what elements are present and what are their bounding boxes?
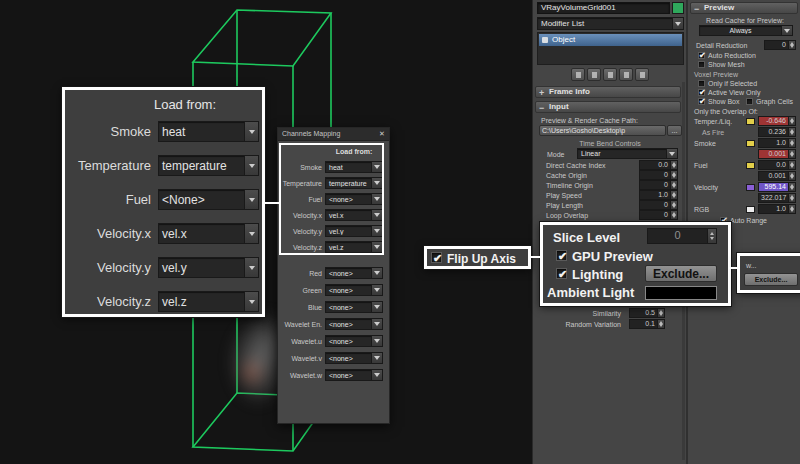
spinner-value[interactable]: 0.0 bbox=[639, 160, 671, 170]
detail-reduction-spinner[interactable]: 0 bbox=[764, 40, 796, 50]
spinner-arrows[interactable] bbox=[671, 180, 678, 190]
spinner-value[interactable]: 0.001 bbox=[758, 171, 789, 181]
fuel-channel-dropdown[interactable]: <None> bbox=[158, 189, 259, 210]
spinner-value[interactable]: 1.0 bbox=[758, 138, 789, 148]
channel-map-dropdown[interactable]: vel.z bbox=[325, 241, 383, 253]
channel-map-dropdown[interactable]: <none> bbox=[325, 284, 383, 296]
remove-modifier-button[interactable] bbox=[619, 68, 633, 81]
modifier-list-dropdown[interactable]: Modifier List bbox=[537, 17, 684, 30]
flip-up-axis-checkbox[interactable] bbox=[431, 252, 442, 263]
read-cache-dropdown[interactable]: Always bbox=[699, 25, 793, 36]
channel-map-dropdown[interactable]: <none> bbox=[325, 301, 383, 313]
spinner-value[interactable]: 0.1 bbox=[629, 319, 658, 329]
mode-dropdown[interactable]: Linear bbox=[577, 148, 678, 159]
lighting-checkbox[interactable] bbox=[556, 268, 567, 279]
cache-path-button[interactable]: C:\Users\Gosho\Desktop\p bbox=[539, 125, 666, 136]
configure-modifier-sets-button[interactable] bbox=[635, 68, 649, 81]
spinner-value[interactable]: 0 bbox=[764, 40, 789, 50]
channel-color-swatch[interactable] bbox=[746, 162, 755, 169]
show-mesh-checkbox[interactable] bbox=[698, 61, 705, 68]
spinner-value[interactable]: 595.14 bbox=[758, 182, 789, 192]
spinner-arrows[interactable] bbox=[789, 40, 796, 50]
channel-map-dropdown[interactable]: vel.y bbox=[325, 225, 383, 237]
spinner-value[interactable]: 1.0 bbox=[639, 190, 671, 200]
channel-range-spinner[interactable]: 0.001 bbox=[758, 171, 796, 181]
browse-button[interactable]: ... bbox=[667, 125, 682, 136]
channel-map-dropdown[interactable]: <none> bbox=[325, 193, 383, 205]
random-variation-spinner[interactable]: 0.1 bbox=[629, 319, 665, 329]
spinner-arrows[interactable] bbox=[671, 200, 678, 210]
channel-color-swatch[interactable] bbox=[746, 140, 755, 147]
channel-map-dropdown[interactable]: temperature bbox=[325, 177, 383, 189]
only-if-selected-checkbox[interactable] bbox=[698, 80, 705, 87]
show-end-result-button[interactable] bbox=[587, 68, 601, 81]
channel-range-spinner[interactable]: 322.017 bbox=[758, 193, 796, 203]
spinner-value[interactable]: 322.017 bbox=[758, 193, 789, 203]
spinner-value[interactable]: 0.236 bbox=[758, 127, 789, 137]
spinner-arrows[interactable] bbox=[789, 171, 796, 181]
spinner-value[interactable]: 0 bbox=[647, 228, 708, 244]
spinner-arrows[interactable] bbox=[789, 138, 796, 148]
slice-level-spinner[interactable]: 0 bbox=[647, 228, 717, 244]
dialog-titlebar[interactable]: Channels Mapping ✕ bbox=[278, 128, 389, 141]
channel-range-spinner[interactable]: 1.0 bbox=[758, 204, 796, 214]
channel-map-dropdown[interactable]: <none> bbox=[325, 318, 383, 330]
spinner-value[interactable]: -0.646 bbox=[758, 116, 789, 126]
spinner-arrows[interactable] bbox=[789, 204, 796, 214]
object-name-field[interactable]: VRayVolumeGrid001 bbox=[537, 2, 670, 14]
show-box-checkbox[interactable] bbox=[698, 98, 705, 105]
channel-color-swatch[interactable] bbox=[746, 206, 755, 213]
channel-map-dropdown[interactable]: heat bbox=[325, 161, 383, 173]
spinner-arrows[interactable] bbox=[789, 160, 796, 170]
spinner-arrows[interactable] bbox=[671, 210, 678, 220]
spinner-arrows[interactable] bbox=[789, 116, 796, 126]
graph-cells-checkbox[interactable] bbox=[746, 98, 753, 105]
channel-color-swatch[interactable] bbox=[746, 118, 755, 125]
channel-range-spinner[interactable]: -0.646 bbox=[758, 116, 796, 126]
channel-range-spinner[interactable]: 595.14 bbox=[758, 182, 796, 192]
spinner-arrows[interactable] bbox=[789, 127, 796, 137]
pin-stack-button[interactable] bbox=[571, 68, 585, 81]
stack-item-object[interactable]: Object bbox=[539, 34, 682, 46]
rollout-preview[interactable]: Preview bbox=[690, 2, 798, 14]
spinner-value[interactable]: 0 bbox=[639, 210, 671, 220]
channel-map-dropdown[interactable]: <none> bbox=[325, 335, 383, 347]
channels-mapping-dialog[interactable]: Channels Mapping ✕ Load from: Smoke heat… bbox=[277, 127, 390, 424]
channel-map-dropdown[interactable]: vel.x bbox=[325, 209, 383, 221]
close-icon[interactable]: ✕ bbox=[379, 130, 385, 138]
spinner-arrows[interactable] bbox=[671, 170, 678, 180]
spinner-arrows[interactable] bbox=[789, 193, 796, 203]
channel-range-spinner[interactable]: 1.0 bbox=[758, 138, 796, 148]
smoke-channel-dropdown[interactable]: heat bbox=[158, 121, 259, 142]
spinner-arrows[interactable] bbox=[658, 319, 665, 329]
channel-map-dropdown[interactable]: <none> bbox=[325, 369, 383, 381]
auto-reduction-checkbox[interactable] bbox=[698, 52, 705, 59]
channel-color-swatch[interactable] bbox=[746, 184, 755, 191]
exclude-button-small[interactable]: Exclude... bbox=[744, 273, 798, 286]
spinner-value[interactable]: 0.001 bbox=[758, 149, 789, 159]
velocity-y-channel-dropdown[interactable]: vel.y bbox=[158, 257, 259, 278]
channel-map-dropdown[interactable]: <none> bbox=[325, 267, 383, 279]
object-color-swatch[interactable] bbox=[672, 2, 684, 14]
rollout-input[interactable]: Input bbox=[535, 101, 681, 113]
ambient-light-swatch[interactable] bbox=[645, 286, 717, 300]
spinner-arrows[interactable] bbox=[671, 190, 678, 200]
rollout-frame-info[interactable]: Frame Info bbox=[535, 86, 681, 98]
spinner-arrows[interactable] bbox=[708, 228, 717, 244]
channel-map-dropdown[interactable]: <none> bbox=[325, 352, 383, 364]
temperature-channel-dropdown[interactable]: temperature bbox=[158, 155, 259, 176]
spinner-arrows[interactable] bbox=[789, 182, 796, 192]
exclude-button[interactable]: Exclude... bbox=[645, 265, 717, 282]
loop-overlap-spinner[interactable]: 0 bbox=[639, 210, 678, 220]
channel-range-spinner[interactable]: 0.0 bbox=[758, 160, 796, 170]
spinner-arrows[interactable] bbox=[789, 149, 796, 159]
gpu-preview-checkbox[interactable] bbox=[556, 250, 567, 261]
spinner-value[interactable]: 0 bbox=[639, 180, 671, 190]
spinner-value[interactable]: 1.0 bbox=[758, 204, 789, 214]
channel-range-spinner[interactable]: 0.001 bbox=[758, 149, 796, 159]
cache-origin-spinner[interactable]: 0 bbox=[639, 170, 678, 180]
spinner-value[interactable]: 0 bbox=[639, 200, 671, 210]
spinner-arrows[interactable] bbox=[658, 308, 665, 318]
spinner-arrows[interactable] bbox=[671, 160, 678, 170]
timeline-origin-spinner[interactable]: 0 bbox=[639, 180, 678, 190]
